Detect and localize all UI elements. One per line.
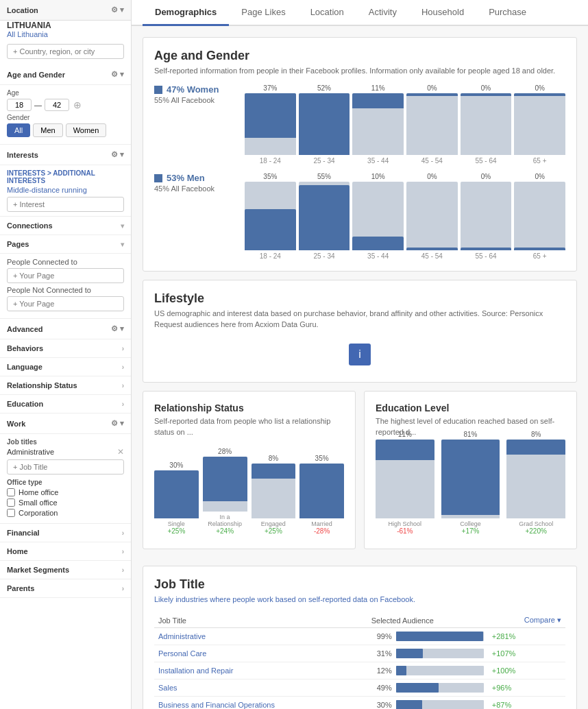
age-from-input[interactable] [7,99,32,111]
sidebar-education[interactable]: Education › [0,395,131,413]
age-gender-desc: Self-reported information from people in… [154,66,565,76]
tab-activity[interactable]: Activity [356,0,409,26]
home-office-checkbox[interactable] [7,488,15,496]
women-legend-title: 47% Women [154,84,236,95]
tab-page-likes[interactable]: Page Likes [229,0,297,26]
sidebar-city-input[interactable] [7,44,124,59]
bar-group-m2: 55% 25 - 34 [299,173,350,260]
relationship-chevron: › [122,382,124,389]
sidebar-connections-header[interactable]: Connections ▾ [0,217,131,235]
women-chart-row: 47% Women 55% All Facebook 37% 18 - 24 5… [154,84,565,165]
sidebar-location-icons: ⚙ ▾ [111,5,124,14]
sidebar-advanced-header[interactable]: Advanced ⚙ ▾ [0,319,131,339]
sidebar-location-header[interactable]: Location ⚙ ▾ [0,0,131,21]
age-gender-title: Age and Gender [154,49,565,63]
table-row: Personal Care 31% +107% [154,645,565,662]
sidebar-behaviors[interactable]: Behaviors › [0,339,131,358]
two-col-section: Relationship Status Self-reported data f… [143,391,577,557]
bar-group-w1: 37% 18 - 24 [245,84,296,165]
job-remove-btn[interactable]: ✕ [117,447,124,457]
table-row: Administrative 99% +281% [154,628,565,645]
relationship-title: Relationship Status [154,402,344,413]
tab-household[interactable]: Household [409,0,476,26]
jt-name-2[interactable]: Personal Care [158,649,206,658]
age-row: — ⊕ [7,99,124,111]
interest-input[interactable] [7,197,124,212]
sidebar-age-gender-section: Age — ⊕ Gender All Men Women [0,85,131,145]
women-label: 47% Women [167,84,219,95]
sidebar-location-label: Location [7,6,38,14]
bar-group-m4: 0% 45 - 54 [406,173,458,260]
people-not-connected-label: People Not Connected to [7,286,124,294]
edu-bar-hs: 11% High School -61% [376,431,434,535]
lifestyle-title: Lifestyle [154,291,565,306]
women-legend: 47% Women 55% All Facebook [154,84,236,104]
gender-all-btn[interactable]: All [7,123,30,137]
connections-chevron: ▾ [121,222,124,230]
compare-btn[interactable]: Compare ▾ [524,616,561,624]
sidebar-relationship[interactable]: Relationship Status › [0,376,131,395]
sidebar-interests-icons: ⚙ ▾ [111,150,124,159]
education-bars: 11% High School -61% 81% College +17% [376,446,565,535]
age-gender-card: Age and Gender Self-reported information… [143,37,577,272]
age-label: Age [7,89,124,97]
sidebar-parents-label: Parents [7,584,34,592]
people-not-connected-input[interactable] [7,296,124,311]
corporation-label: Corporation [19,509,58,517]
sidebar-behaviors-label: Behaviors [7,344,43,352]
sidebar-country-sub: All Lithuania [0,30,131,41]
age-separator: — [34,101,42,109]
sidebar-age-gender-header[interactable]: Age and Gender ⚙ ▾ [0,64,131,85]
jt-name-1[interactable]: Administrative [158,632,206,640]
relationship-desc: Self-reported data from people who list … [154,416,344,437]
sidebar-market-segments-label: Market Segments [7,566,69,574]
corporation-checkbox[interactable] [7,509,15,517]
home-chevron: › [122,548,124,555]
pages-chevron: ▾ [121,241,124,248]
sidebar-home[interactable]: Home › [0,542,131,561]
tab-demographics[interactable]: Demographics [143,0,229,26]
job-title-input[interactable] [7,459,124,474]
gender-women-btn[interactable]: Women [66,123,107,137]
home-office-label: Home office [19,488,59,496]
sidebar-parents[interactable]: Parents › [0,579,131,598]
rel-bar-relationship: 28% In a Relationship +24% [203,448,247,535]
bar-group-m1: 35% 18 - 24 [245,173,296,260]
men-legend-title: 53% Men [154,173,236,183]
sidebar-home-label: Home [7,547,28,555]
age-stepper-icon[interactable]: ⊕ [73,99,82,110]
lifestyle-info-btn[interactable]: i [349,344,371,365]
sidebar-language[interactable]: Language › [0,358,131,376]
small-office-checkbox[interactable] [7,498,15,507]
tab-location[interactable]: Location [298,0,356,26]
sidebar-pages-header[interactable]: Pages ▾ [0,235,131,254]
bar-group-m5: 0% 55 - 64 [461,173,512,260]
jt-name-3[interactable]: Installation and Repair [158,666,233,675]
jt-name-4[interactable]: Sales [158,684,177,692]
gender-men-btn[interactable]: Men [33,123,62,137]
relationship-bars: 30% Single +25% 28% In a Relationship +2… [154,446,344,535]
jt-col-jobtitle: Job Title [154,613,367,628]
table-row: Sales 49% +96% [154,680,565,697]
jt-bar-3: 12% [371,666,484,675]
sidebar-work-header[interactable]: Work ⚙ ▾ [0,413,131,434]
bar-group-w4: 0% 45 - 54 [406,84,458,165]
sidebar-work-icons: ⚙ ▾ [111,419,124,428]
education-chevron: › [122,400,124,408]
people-connected-input[interactable] [7,268,124,283]
jt-name-5[interactable]: Business and Financial Operations [158,701,275,709]
job-title-desc: Likely industries where people work base… [154,594,565,605]
age-to-input[interactable] [45,99,69,111]
job-value: Administrative [7,448,54,456]
edu-bar-college: 81% College +17% [441,431,500,535]
tab-bar: Demographics Page Likes Location Activit… [132,0,588,26]
sidebar-interests-header[interactable]: Interests ⚙ ▾ [0,145,131,165]
sidebar-market-segments[interactable]: Market Segments › [0,561,131,579]
sidebar-financial[interactable]: Financial › [0,524,131,542]
table-row: Installation and Repair 12% +100% [154,662,565,680]
office-type-label: Office type [7,479,124,486]
sidebar-connections-label: Connections [7,221,53,230]
men-bars: 35% 18 - 24 55% 25 - 34 10% 35 - 44 [245,173,565,260]
tab-purchase[interactable]: Purchase [476,0,539,26]
women-bars: 37% 18 - 24 52% 25 - 34 11% 35 - 44 [245,84,565,165]
